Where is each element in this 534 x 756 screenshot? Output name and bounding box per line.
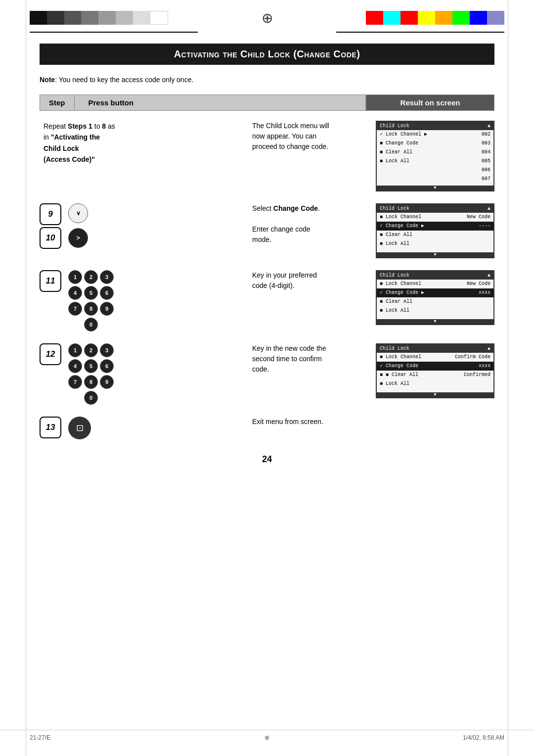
note-text: : You need to key the access code only o… [55, 76, 193, 84]
numpad-btn-3b[interactable]: 3 [100, 343, 114, 357]
numpad-btn-9b[interactable]: 9 [100, 375, 114, 389]
numpad-btn-3[interactable]: 3 [100, 270, 114, 284]
button-menu: ⊡ [68, 417, 91, 439]
screen-row: ■ Lock ChannelConfirm Code [377, 353, 493, 362]
color-bars [0, 0, 534, 32]
step-right-12: Key in the new code the second time to c… [247, 343, 494, 398]
screen-row: ■ Clear All [377, 297, 493, 306]
numpad-btn-4b[interactable]: 4 [68, 359, 82, 373]
step-right-repeat: The Child Lock menu will now appear. You… [247, 121, 494, 191]
top-separator [0, 32, 534, 33]
step-badge-12: 12 [40, 343, 61, 365]
screen-bottom-9-10: ▼ [377, 252, 493, 257]
numpad-btn-0[interactable]: 0 [84, 318, 98, 331]
numpad-btn-4[interactable]: 4 [68, 286, 82, 300]
page-title-box: Activating the Child Lock (Change Code) [40, 44, 494, 65]
screen-bottom-repeat: ▼ [377, 186, 493, 190]
numpad-11: 1 2 3 4 5 6 7 8 9 0 [68, 270, 114, 331]
screen-title-9-10: Child Lock ▲ [377, 204, 493, 213]
screen-row: ■ Change Code003 [377, 139, 493, 148]
numpad-btn-2[interactable]: 2 [84, 270, 98, 284]
numpad-btn-7b[interactable]: 7 [68, 375, 82, 389]
step-badge-13: 13 [40, 417, 61, 438]
screen-row: ■ Lock ChannelNew Code [377, 280, 493, 288]
numpad-btn-0b[interactable]: 0 [84, 391, 98, 405]
header-result: Result on screen [366, 94, 494, 111]
step-left-repeat: Repeat Steps 1 to 8 as in "Activating th… [40, 121, 247, 165]
numpad-btn-1b[interactable]: 1 [68, 343, 82, 357]
numpad-btn-1[interactable]: 1 [68, 270, 82, 284]
screen-row [377, 388, 493, 390]
screen-box-9-10: Child Lock ▲ ■ Lock ChannelNew Code ✓ Ch… [376, 203, 494, 258]
note-line: Note: You need to key the access code on… [40, 76, 494, 84]
footer-crosshair: ⊕ [188, 734, 346, 741]
color-bar-right [366, 11, 504, 25]
step-right-11: Key in your preferred code (4-digit). Ch… [247, 270, 494, 325]
screen-title-12: Child Lock ▲ [377, 344, 493, 353]
header-step: Step [40, 94, 75, 111]
screen-row-selected: ✓ Change Codexxxx [377, 362, 493, 371]
menu-button-icon[interactable]: ⊡ [68, 417, 91, 439]
step-right-9-10: Select Change Code. Enter change code mo… [247, 203, 494, 258]
screen-row [377, 315, 493, 317]
step-left-9-10: 9 10 ∨ > [40, 203, 247, 250]
step-row-12: 12 1 2 3 4 5 6 7 8 [40, 343, 494, 405]
step-left-13: 13 ⊡ [40, 417, 247, 439]
screen-row-selected: ✓ Change Code ▶---- [377, 222, 493, 231]
screen-row: ■ Lock All [377, 306, 493, 315]
numpad-btn-8b[interactable]: 8 [84, 375, 98, 389]
screen-bottom-12: ▼ [377, 392, 493, 397]
footer-right: 1/4/02, 8:58 AM [346, 734, 504, 741]
screen-row: ■ Lock All [377, 239, 493, 248]
page-number: 24 [40, 454, 494, 465]
screen-row: ✓ Lock Channel ▶002 [377, 130, 493, 139]
screen-box-repeat: Child Lock ▲ ✓ Lock Channel ▶002 ■ Chang… [376, 121, 494, 191]
screen-row: ■ Lock All [377, 379, 493, 388]
screen-row: ■ Clear All004 [377, 148, 493, 157]
numpad-btn-9[interactable]: 9 [100, 302, 114, 316]
step-desc-text-9-10: Select Change Code. Enter change code mo… [247, 203, 336, 245]
step-desc-text-12: Key in the new code the second time to c… [247, 343, 336, 375]
step-desc-text-repeat: The Child Lock menu will now appear. You… [247, 121, 346, 152]
numpad-btn-5[interactable]: 5 [84, 286, 98, 300]
numpad-btn-2b[interactable]: 2 [84, 343, 98, 357]
numpad-12: 1 2 3 4 5 6 7 8 9 0 [68, 343, 114, 405]
screen-box-11: Child Lock ▲ ■ Lock ChannelNew Code ✓ Ch… [376, 270, 494, 325]
numpad-btn-8[interactable]: 8 [84, 302, 98, 316]
screen-row: ■ ■ Clear AllConfirmed [377, 371, 493, 379]
crosshair-center [258, 9, 276, 27]
step-right-13: Exit menu from screen. [247, 417, 494, 427]
step-badge-9: 9 [40, 203, 61, 225]
screen-title-11: Child Lock ▲ [377, 271, 493, 280]
header-press: Press button [75, 94, 366, 111]
screen-row: 007 [377, 175, 493, 184]
numpad-btn-6[interactable]: 6 [100, 286, 114, 300]
step-badge-10: 10 [40, 227, 61, 249]
screen-row: ■ Clear All [377, 231, 493, 239]
screen-row: ■ Lock All005 [377, 157, 493, 166]
button-chevron-down[interactable]: ∨ [68, 203, 88, 223]
screen-row [377, 248, 493, 250]
step-badges-9-10: 9 10 [40, 203, 61, 249]
step-desc-repeat: Repeat Steps 1 to 8 as in "Activating th… [40, 121, 115, 165]
note-label: Note [40, 76, 55, 84]
numpad-btn-7[interactable]: 7 [68, 302, 82, 316]
button-chevron-right[interactable]: > [68, 228, 88, 248]
numpad-btn-5b[interactable]: 5 [84, 359, 98, 373]
color-bar-left [30, 11, 168, 25]
steps-bold: Steps 1 [68, 122, 92, 130]
buttons-9-10: ∨ > [68, 203, 88, 250]
step-desc-text-13: Exit menu from screen. [247, 417, 494, 427]
numpad-btn-6b[interactable]: 6 [100, 359, 114, 373]
page-title: Activating the Child Lock (Change Code) [49, 48, 485, 60]
step-left-11: 11 1 2 3 4 5 6 7 8 [40, 270, 247, 331]
step-row-11: 11 1 2 3 4 5 6 7 8 [40, 270, 494, 331]
screen-row-selected: ✓ Change Code ▶xxxx [377, 288, 493, 297]
step-row-13: 13 ⊡ Exit menu from screen. [40, 417, 494, 439]
screen-title-repeat: Child Lock ▲ [377, 122, 493, 130]
step-row-repeat: Repeat Steps 1 to 8 as in "Activating th… [40, 121, 494, 191]
footer-left: 21-27/E [30, 734, 188, 741]
screen-row: 006 [377, 166, 493, 175]
content-area: Repeat Steps 1 to 8 as in "Activating th… [40, 121, 494, 439]
footer: 21-27/E ⊕ 1/4/02, 8:58 AM [0, 730, 534, 741]
